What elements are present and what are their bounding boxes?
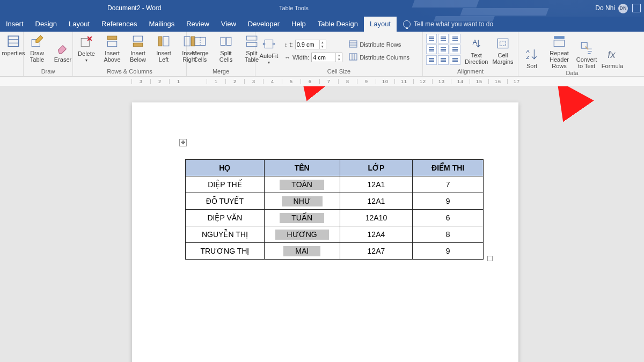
group-rowscols-label: Rows & Columns bbox=[76, 68, 183, 75]
horizontal-ruler[interactable]: 3211234567891011121314151617 bbox=[0, 77, 644, 86]
insert-above-button[interactable]: InsertAbove bbox=[102, 34, 122, 63]
alignment-grid[interactable] bbox=[426, 34, 460, 65]
width-input[interactable]: ▴▾ bbox=[311, 53, 342, 62]
page[interactable]: HỌ TÊN LỚP ĐIỂM THI DIỆP THẾTOÀN12A17 ĐỖ… bbox=[132, 102, 518, 362]
properties-icon bbox=[6, 34, 21, 49]
table-row[interactable]: NGUYỄN THỊHƯƠNG12A48 bbox=[186, 226, 484, 243]
table-row[interactable]: ĐỖ TUYẾTNHƯ12A19 bbox=[186, 193, 484, 210]
header-diem[interactable]: ĐIỂM THI bbox=[413, 160, 484, 176]
svg-rect-15 bbox=[221, 37, 225, 45]
height-icon: ↕ bbox=[284, 41, 288, 48]
svg-text:Z: Z bbox=[526, 54, 529, 60]
header-ten[interactable]: TÊN bbox=[264, 160, 340, 176]
group-draw-label: Draw bbox=[27, 68, 69, 75]
cell-margins-icon bbox=[495, 36, 510, 51]
document-title: Document2 - Word bbox=[107, 0, 161, 17]
tab-table-layout[interactable]: Layout bbox=[364, 17, 397, 32]
split-cells-button[interactable]: SplitCells bbox=[216, 34, 236, 63]
user-area[interactable]: Do Nhi DN bbox=[595, 0, 628, 17]
avatar: DN bbox=[618, 4, 628, 13]
repeat-header-icon bbox=[552, 34, 567, 49]
distribute-columns-button[interactable]: Distribute Columns bbox=[348, 52, 411, 63]
annotation-arrow-1 bbox=[258, 86, 322, 91]
cell-margins-button[interactable]: CellMargins bbox=[492, 36, 513, 65]
group-cellsize-label: Cell Size bbox=[259, 68, 419, 75]
row-height: ↕ t: ▴▾ bbox=[283, 39, 343, 50]
distribute-rows-button[interactable]: Distribute Rows bbox=[348, 39, 411, 50]
svg-text:fx: fx bbox=[608, 49, 616, 60]
svg-rect-16 bbox=[226, 37, 231, 45]
decor bbox=[413, 0, 601, 27]
document-area[interactable]: HỌ TÊN LỚP ĐIỂM THI DIỆP THẾTOÀN12A17 ĐỖ… bbox=[0, 86, 644, 362]
ribbon-display-options-icon[interactable] bbox=[632, 4, 641, 12]
convert-text-button[interactable]: Convertto Text bbox=[576, 40, 597, 69]
tab-design[interactable]: Design bbox=[30, 17, 63, 32]
draw-table-button[interactable]: DrawTable bbox=[27, 34, 47, 63]
svg-line-36 bbox=[538, 86, 574, 105]
eraser-button[interactable]: Eraser bbox=[53, 40, 73, 63]
formula-button[interactable]: fx Formula bbox=[602, 47, 623, 69]
tab-help[interactable]: Help bbox=[286, 17, 312, 32]
distribute-columns-icon bbox=[349, 53, 357, 62]
sort-button[interactable]: AZ Sort bbox=[522, 47, 542, 69]
distribute-rows-icon bbox=[349, 40, 357, 49]
formula-icon: fx bbox=[605, 47, 620, 62]
table-resize-handle[interactable] bbox=[487, 256, 493, 261]
convert-text-icon bbox=[579, 40, 594, 55]
autofit-button[interactable]: AutoFit ▾ bbox=[259, 34, 279, 68]
col-width: ↔ Width: ▴▾ bbox=[283, 52, 343, 63]
insert-left-icon bbox=[156, 34, 171, 49]
annotation-arrow-2 bbox=[531, 86, 580, 113]
sort-icon: AZ bbox=[524, 47, 539, 62]
svg-text:A: A bbox=[472, 38, 477, 46]
insert-below-icon bbox=[130, 34, 145, 49]
tab-view[interactable]: View bbox=[215, 17, 242, 32]
table-row[interactable]: TRƯƠNG THỊMAI12A79 bbox=[186, 243, 484, 260]
svg-rect-13 bbox=[195, 37, 206, 45]
group-align-label: Alignment bbox=[426, 68, 515, 75]
text-direction-button[interactable]: A TextDirection bbox=[465, 36, 488, 65]
table-row[interactable]: DIỆP THẾTOÀN12A17 bbox=[186, 176, 484, 193]
table-move-handle[interactable]: ✥ bbox=[179, 139, 187, 146]
tab-layout[interactable]: Layout bbox=[63, 17, 96, 32]
table-header-row[interactable]: HỌ TÊN LỚP ĐIỂM THI bbox=[186, 160, 484, 176]
svg-rect-9 bbox=[163, 36, 169, 46]
merge-cells-icon bbox=[193, 34, 208, 49]
insert-below-button[interactable]: InsertBelow bbox=[128, 34, 148, 63]
tab-review[interactable]: Review bbox=[180, 17, 215, 32]
header-lop[interactable]: LỚP bbox=[340, 160, 413, 176]
data-table[interactable]: HỌ TÊN LỚP ĐIỂM THI DIỆP THẾTOÀN12A17 ĐỖ… bbox=[185, 159, 484, 260]
group-merge-label: Merge bbox=[190, 68, 252, 75]
properties-button[interactable]: roperties bbox=[3, 34, 24, 56]
repeat-header-button[interactable]: RepeatHeader Rows bbox=[547, 34, 571, 69]
svg-rect-20 bbox=[349, 41, 357, 47]
svg-rect-19 bbox=[265, 40, 273, 48]
insert-left-button[interactable]: InsertLeft bbox=[153, 34, 174, 63]
user-name: Do Nhi bbox=[595, 0, 615, 17]
pencil-table-icon bbox=[30, 34, 45, 49]
height-input[interactable]: ▴▾ bbox=[295, 40, 326, 49]
svg-rect-23 bbox=[349, 54, 357, 60]
svg-rect-6 bbox=[107, 36, 116, 40]
context-tab-title: Table Tools bbox=[279, 0, 309, 17]
svg-rect-32 bbox=[554, 40, 565, 47]
tab-insert[interactable]: Insert bbox=[0, 17, 30, 32]
table-row[interactable]: DIỆP VĂNTUẤN12A106 bbox=[186, 210, 484, 226]
tab-table-design[interactable]: Table Design bbox=[312, 17, 364, 32]
svg-text:A: A bbox=[526, 48, 530, 54]
merge-cells-button[interactable]: MergeCells bbox=[190, 34, 210, 63]
lightbulb-icon bbox=[403, 20, 411, 28]
tab-mailings[interactable]: Mailings bbox=[143, 17, 181, 32]
svg-rect-10 bbox=[158, 36, 162, 46]
text-direction-icon: A bbox=[469, 36, 484, 51]
svg-rect-31 bbox=[554, 36, 565, 39]
tab-references[interactable]: References bbox=[96, 17, 143, 32]
svg-rect-7 bbox=[133, 36, 142, 41]
eraser-icon bbox=[55, 40, 70, 55]
ribbon: roperties DrawTable Eraser Draw Delete ▾ bbox=[0, 32, 644, 77]
tab-developer[interactable]: Developer bbox=[242, 17, 286, 32]
delete-button[interactable]: Delete ▾ bbox=[76, 34, 97, 63]
split-cells-icon bbox=[218, 34, 233, 49]
header-ho[interactable]: HỌ bbox=[186, 160, 265, 176]
group-data-label: Data bbox=[522, 69, 623, 77]
